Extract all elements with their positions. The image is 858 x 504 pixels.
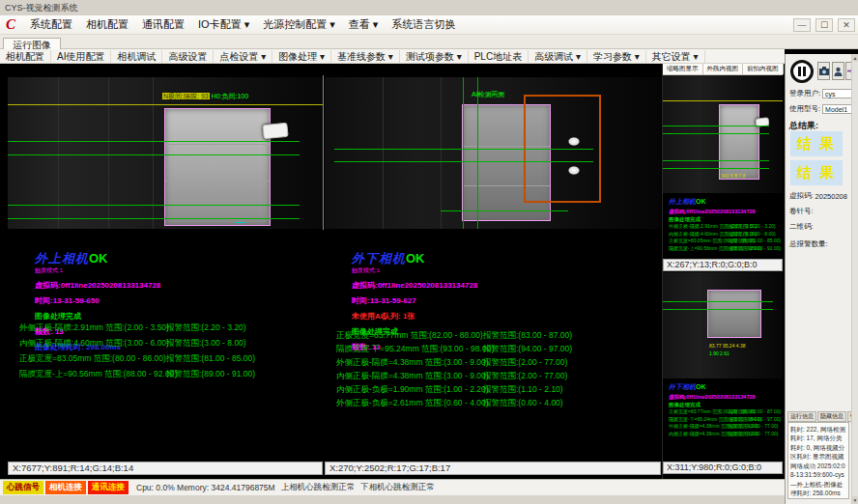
thumb-1-info: 外上相机OK 虚拟码:0ff1line20250208133134728 图像处… [669, 197, 756, 252]
panel-scrollbar[interactable]: ▲ ▼ [851, 54, 858, 504]
image-seam [383, 77, 384, 229]
log-tabs: 运行信息 隐藏信息 错误信息 [787, 411, 858, 422]
measurement-text: 外侧正极-隔膜=4.38mm 范围:(3.00 - 9.00) [336, 357, 489, 369]
toolbar: 相机配置 AI使用配置 相机调试 高级设置 点检设置 ▾ 图像处理 ▾ 基准线参… [0, 49, 785, 64]
measurement-text: 隔膜宽度-上=90.56mm 范围:(88.00 - 92.00) [19, 369, 177, 380]
camera-link-badge: 相机连接 [45, 481, 86, 494]
mid-overlay-text: AI检测画面 [472, 91, 505, 98]
left-overlay-text: N极间:隔膜: 93 H0:负间:100 [162, 93, 248, 100]
lower-camera-heartbeat-text: 下相机心跳检测正常 [360, 482, 435, 493]
processing-done: 图像处理完成 [669, 216, 756, 223]
mid-camera-pane: AI检测画面 外下相机OK 触发模式:1 虚拟码:0ff1line2025020… [325, 64, 661, 479]
ai-queue-info: 未使用AI队列: 1张 [352, 311, 477, 322]
virtual-code-label: 虚拟码: [789, 191, 814, 201]
measurement-text: 正极宽度=83.05mm 范围:(80.00 - 86.00) [19, 353, 166, 365]
tool-baseline-params[interactable]: 基准线参数 ▾ [331, 50, 400, 63]
tool-advanced-debug[interactable]: 高级调试 ▾ [529, 50, 587, 63]
menu-io-config[interactable]: IO卡配置 ▾ [191, 15, 256, 34]
pause-button[interactable] [790, 60, 814, 83]
measurement-text: 正极宽度=83.77mm 范围:(82.00 - 88.00) [336, 330, 483, 342]
tab-clip-object [262, 123, 288, 140]
pause-icon [798, 67, 806, 76]
left-coordinates-bar: X:7677;Y:891;R:14;G:14;B:14 [8, 462, 323, 475]
app-logo-icon: C [0, 16, 23, 33]
measurement-text: 外侧正极-负极=2.61mm 范围:(0.60 - 4.00) [336, 398, 489, 409]
menu-camera-config[interactable]: 相机配置 [79, 15, 135, 34]
tool-learning-params[interactable]: 学习参数 ▾ [587, 50, 646, 63]
scroll-up-icon[interactable]: ▲ [852, 54, 858, 62]
menu-light-config[interactable]: 光源控制配置 ▾ [256, 15, 342, 34]
close-button[interactable]: ✕ [838, 18, 855, 32]
tool-image-processing[interactable]: 图像处理 ▾ [272, 50, 331, 63]
measurement-row: 正极宽度=83.05mm 范围:(80.00 - 86.00)报警范围:(81.… [19, 353, 319, 369]
menu-language-switch[interactable]: 系统语言切换 [385, 15, 462, 34]
tool-camera-debug[interactable]: 相机调试 [111, 50, 162, 63]
virtual-code-value: 20250208 [815, 192, 847, 201]
tool-plc-address[interactable]: PLC地址表 [469, 50, 529, 63]
virtual-code: 虚拟码:0ff1line20250208133134728 [35, 280, 160, 291]
green-vertical-line [477, 77, 478, 229]
maximize-button[interactable]: ☐ [815, 18, 833, 32]
measurement-row: 正极宽度=83.77mm 范围:(82.00 - 88.00)报警范围:(83.… [336, 330, 657, 344]
virtual-code: 虚拟码:0ff1line20250208133134728 [352, 280, 477, 291]
thumb-view-1[interactable]: 343.5 B:7.8 [663, 75, 783, 193]
user-button[interactable] [832, 62, 844, 80]
side-tab-defect-view[interactable]: 外残内视图 [703, 64, 744, 74]
measurement-text: 隔膜宽度-下=95.24mm 范围:(93.00 - 98.00) [336, 344, 494, 355]
side-tab-thumbnail[interactable]: 缩略图显示 [663, 64, 703, 74]
measurement-row: 外侧正极-负极=2.61mm 范围:(0.60 - 4.00)报警范围:(0.6… [336, 398, 657, 411]
thumb-1-coordinates: X:267;Y:13;R:0;G:0;B:0 [663, 259, 783, 271]
menu-system-config[interactable]: 系统配置 [23, 15, 79, 34]
tool-spot-check[interactable]: 点检设置 ▾ [214, 50, 272, 63]
menu-view[interactable]: 查看 ▾ [342, 15, 386, 34]
model-label: 使用型号: [789, 104, 820, 114]
log-tab-run-info[interactable]: 运行信息 [787, 411, 816, 422]
camera-capture-button[interactable] [817, 62, 830, 80]
battery-cell-region [164, 108, 271, 226]
thumb-view-2[interactable]: 83.77 95.24 4.38 1.90 2.61 [663, 272, 783, 378]
measurement-row: 内侧正极-负极=1.90mm 范围:(1.00 - 2.20)报警范围:(1.1… [336, 384, 657, 398]
model-field[interactable]: Model1 [822, 104, 854, 114]
tool-ai-config[interactable]: AI使用配置 [51, 50, 111, 63]
log-tab-hidden-info[interactable]: 隐藏信息 [817, 411, 846, 422]
login-user-row: 登录用户: cys [789, 89, 854, 98]
alarm-range-text: 报警范围:(3.00 - 8.00) [729, 231, 776, 237]
alarm-range-text: 报警范围:(2.00 - 77.00) [729, 423, 778, 429]
status-bar: 心跳信号 相机连接 通讯连接 Cpu: 0.0% Memory: 3424.41… [0, 479, 785, 495]
result-ok: OK [696, 198, 706, 205]
tool-other-settings[interactable]: 其它设置 ▾ [646, 50, 705, 63]
tool-advanced-settings[interactable]: 高级设置 [162, 50, 214, 63]
trigger-mode: 触发模式:1 [35, 266, 160, 275]
login-user-field[interactable]: cys [822, 89, 854, 98]
alarm-range-text: 报警范围:(83.00 - 87.00) [483, 330, 572, 342]
mid-camera-image[interactable]: AI检测画面 [325, 77, 661, 229]
image-seam [58, 77, 59, 229]
camera-icon [819, 67, 829, 75]
green-vertical-line [463, 77, 464, 229]
thumb-2-coordinates: X:311;Y:980;R:0;G:0;B:0 [663, 462, 783, 474]
minimize-button[interactable]: — [793, 18, 811, 32]
alarm-range-text: 报警范围:(2.00 - 77.00) [483, 357, 567, 369]
processing-done: 图像处理完成 [669, 402, 756, 408]
log-text-box[interactable]: 耗时: 222, 网络检测耗时: 17, 网络分类耗时: 0, 网络视频分区耗时… [787, 422, 849, 499]
side-thumbnail-column: 缩略图显示 外残内视图 前拍内视图 343.5 B:7.8 外上相机OK 虚拟码… [663, 64, 783, 479]
scroll-down-icon[interactable]: ▼ [852, 496, 858, 504]
qr-code-label: 二维码: [789, 222, 814, 232]
model-row: 使用型号: Model1 [789, 104, 854, 114]
green-measure-line [8, 205, 300, 206]
green-measure-line [8, 218, 300, 219]
user-icon [834, 67, 843, 76]
left-camera-image[interactable]: N极间:隔膜: 93 H0:负间:100 [8, 77, 323, 229]
menu-comm-config[interactable]: 通讯配置 [135, 15, 191, 34]
tool-camera-config[interactable]: 相机配置 [0, 50, 51, 63]
measurement-row: 外侧正极-隔膜:2.91mm 范围:(2.00 - 3.50)报警范围:(2.2… [19, 322, 319, 338]
side-tab-capture-view[interactable]: 前拍内视图 [743, 64, 784, 74]
menu-bar: C 系统配置 相机配置 通讯配置 IO卡配置 ▾ 光源控制配置 ▾ 查看 ▾ 系… [0, 15, 858, 35]
side-tabs: 缩略图显示 外残内视图 前拍内视图 [663, 64, 783, 75]
measurement-row: 隔膜宽度-上=90.56mm 范围:(88.00 - 92.00)报警范围:(8… [19, 369, 319, 384]
tool-test-params[interactable]: 测试项参数 ▾ [400, 50, 469, 63]
overlay-rest: H0:负间:100 [212, 93, 249, 99]
alarm-range-text: 报警范围:(2.20 - 3.20) [729, 223, 776, 229]
timestamp: 时间:13-31-59-627 [352, 295, 477, 306]
image-seam [153, 77, 154, 229]
